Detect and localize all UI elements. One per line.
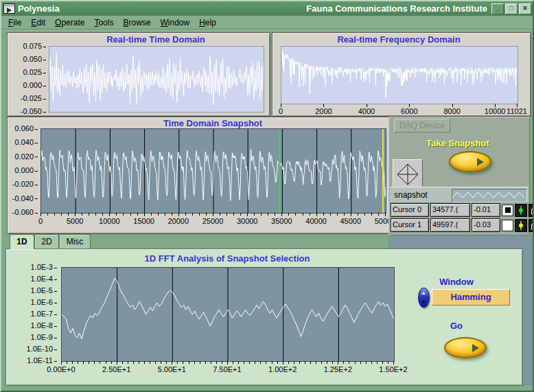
play-arrow-icon [477, 158, 484, 166]
window-function-value[interactable]: Hamming [432, 289, 510, 305]
x-tick-label: 1.25E+2 [312, 365, 363, 373]
labview-app-icon[interactable] [3, 3, 15, 14]
x-tick-label: 1.50E+2 [368, 365, 419, 373]
x-tick-mark [385, 213, 386, 216]
take-snapshot-label: Take Snapshot [406, 138, 509, 148]
window-function-spinner[interactable] [418, 288, 430, 308]
window-title: Polynesia [18, 3, 60, 14]
y-tick-label: 0.050 [16, 55, 46, 63]
menu-item-file[interactable]: File [5, 16, 27, 29]
y-tick-label: -0.040 [9, 194, 38, 203]
x-tick-mark [227, 361, 228, 365]
title-bar[interactable]: Polynesia Fauna Communications Research … [1, 1, 533, 16]
x-tick-label: 1.00E+2 [257, 365, 308, 373]
x-tick-mark [213, 213, 213, 216]
time-domain-snapshot-title: Time Domain Snapshot [40, 118, 385, 128]
fft-chart-title: 1D FFT Analysis of Snapshot Selection [61, 253, 393, 264]
cursor-marker-button[interactable] [515, 219, 527, 232]
y-tick-label: 1.0E-6 [12, 298, 57, 306]
play-arrow-icon [472, 344, 479, 352]
lock-icon [531, 206, 534, 215]
x-tick-mark [338, 361, 338, 365]
spinner-up-icon [421, 292, 426, 295]
cursor-y-value[interactable]: -0.03 [472, 218, 500, 232]
y-tick-label: 0.000 [16, 81, 46, 89]
tab-misc[interactable]: Misc [59, 234, 91, 249]
cursor-marker-button[interactable] [515, 204, 527, 217]
go-label: Go [415, 321, 498, 331]
swatch-fill [505, 207, 511, 213]
menu-item-browse[interactable]: Browse [119, 16, 156, 29]
x-tick-label: 7.50E+1 [202, 365, 253, 373]
go-button[interactable] [444, 337, 487, 358]
y-tick-label: 1.0E-7 [12, 310, 57, 318]
x-tick-mark [144, 213, 145, 216]
cursor-x-value[interactable]: 49597.( [430, 218, 470, 232]
cursor-y-value[interactable]: -0.01 [472, 203, 500, 217]
y-tick-label: 0.060 [9, 124, 38, 132]
x-tick-label: 11021 [491, 107, 534, 115]
menu-item-help[interactable]: Help [196, 16, 222, 29]
close-button[interactable]: ✕ [519, 3, 531, 14]
cursor-color-swatch[interactable] [502, 220, 513, 231]
tab-1d[interactable]: 1D [10, 234, 34, 249]
y-tick-label: -0.020 [9, 180, 38, 188]
menu-item-tools[interactable]: Tools [91, 16, 119, 29]
window-controls: _□✕ [491, 3, 531, 14]
x-tick-mark [283, 361, 283, 365]
time-domain-snapshot-plot[interactable] [40, 128, 386, 214]
x-tick-mark [40, 213, 41, 216]
y-tick-label: 1.0E-5 [12, 286, 57, 295]
app-window: Polynesia Fauna Communications Research … [0, 0, 534, 392]
cursor-lock-button[interactable] [529, 219, 534, 232]
window-function-label: Window [415, 277, 498, 287]
y-tick-label: 1.0E-9 [12, 333, 57, 341]
fft-plot[interactable] [61, 267, 395, 362]
menu-item-window[interactable]: Window [156, 16, 196, 29]
y-tick-label: 1.0E-8 [12, 321, 57, 330]
cursor-name[interactable]: Cursor 1 [391, 218, 429, 232]
x-tick-mark [75, 213, 76, 216]
cursor-marker-icon [517, 205, 525, 216]
y-tick-label: 0.040 [9, 138, 38, 146]
x-tick-mark [393, 361, 394, 365]
rt-frequency-domain-panel: Real-time Frequency Domain 0200040006000… [272, 32, 531, 117]
cursor-color-swatch[interactable] [502, 205, 513, 216]
cursor-lock-button[interactable] [529, 204, 534, 217]
y-tick-label: 0.075 [16, 42, 46, 50]
cursor-legend-row: Cursor 034577.(-0.01 [391, 203, 534, 217]
menu-item-edit[interactable]: Edit [27, 16, 51, 29]
y-tick-label: -0.025 [16, 94, 46, 102]
diamond-icon [396, 163, 419, 186]
x-tick-mark [117, 361, 117, 365]
x-tick-label: 5.00E+1 [146, 365, 197, 373]
y-tick-label: 1.0E-4 [12, 275, 57, 283]
maximize-button[interactable]: □ [505, 3, 518, 14]
decoration-band [388, 235, 534, 249]
y-tick-label: -0.050 [16, 107, 46, 115]
x-tick-mark [316, 213, 317, 216]
minimize-button[interactable]: _ [491, 3, 504, 14]
x-tick-mark [247, 213, 248, 216]
cursor-x-value[interactable]: 34577.( [430, 203, 470, 217]
take-snapshot-button[interactable] [449, 151, 491, 172]
snapshot-label: snapshot [394, 190, 428, 200]
y-tick-label: 1.0E-11 [12, 356, 57, 365]
y-tick-label: 1.0E-10 [12, 345, 57, 353]
daq-device-selector-button[interactable] [393, 159, 423, 189]
tab-page-1d: 1D FFT Analysis of Snapshot Selection Wi… [5, 249, 523, 386]
menu-item-operate[interactable]: Operate [51, 16, 91, 29]
rt-time-domain-plot[interactable] [49, 46, 264, 113]
tab-2d[interactable]: 2D [34, 234, 59, 249]
lock-icon [531, 221, 534, 230]
y-tick-label: 0.020 [9, 152, 38, 161]
rt-frequency-domain-plot[interactable] [281, 46, 518, 104]
cursor-name[interactable]: Cursor 0 [391, 203, 429, 217]
y-tick-label: 0.025 [16, 68, 46, 76]
snapshot-waveform-selector[interactable] [452, 189, 527, 203]
rt-frequency-domain-title: Real-time Frequency Domain [281, 34, 517, 45]
y-tick-label: 1.0E-3 [12, 263, 57, 271]
x-tick-mark [109, 213, 110, 216]
menu-bar: FileEditOperateToolsBrowseWindowHelp [1, 16, 533, 30]
daq-device-label: DAQ Device [394, 119, 450, 132]
